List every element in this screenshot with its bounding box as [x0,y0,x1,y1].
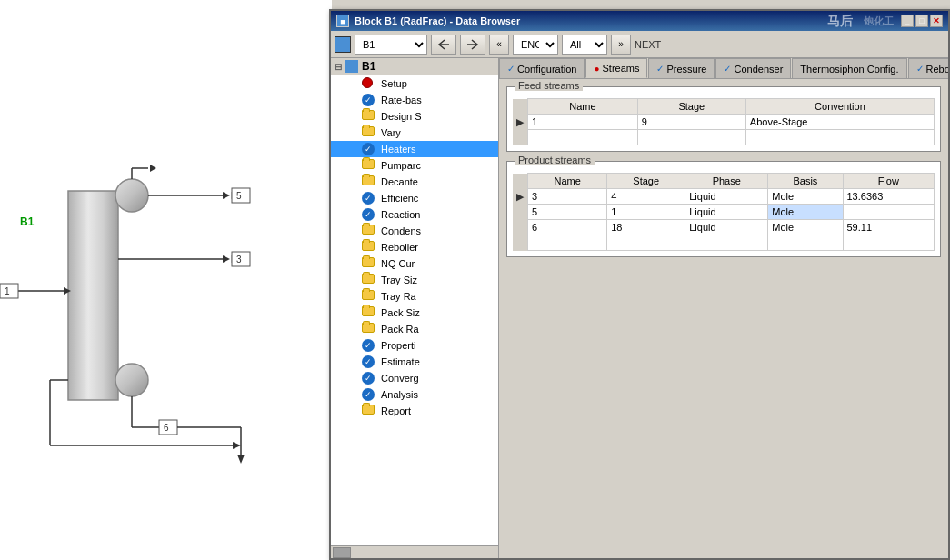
tree-item-converg[interactable]: ✓Converg [331,370,498,386]
tree-collapse-icon[interactable]: ⊟ [335,62,342,72]
folder-icon [362,159,376,172]
tree-item-properti[interactable]: ✓Properti [331,337,498,354]
minimize-button[interactable]: _ [901,15,914,27]
tree-item-condens[interactable]: Condens [331,223,498,239]
tree-item-traysiz[interactable]: Tray Siz [331,272,498,288]
nav-double-right-button[interactable]: » [611,35,631,55]
tree-item-label: Efficienc [381,193,418,204]
prod-col-name: Name [528,174,607,189]
prod-name-cell[interactable]: 3 [528,189,607,205]
tree-item-heaters[interactable]: ✓Heaters [331,141,498,157]
red-icon [362,77,376,90]
svg-rect-0 [0,0,332,560]
tab-pressure[interactable]: ✓Pressure [648,58,715,78]
table-row-empty [513,235,935,251]
tree-item-analysis[interactable]: ✓Analysis [331,386,498,403]
prod-col-phase: Phase [685,174,768,189]
feed-col-stage: Stage [637,99,745,115]
check-icon: ✓ [362,208,376,221]
prod-basis-cell[interactable]: Mole [768,220,843,235]
main-window: ■ Block B1 (RadFrac) - Data Browser 马后 炮… [329,9,950,560]
window-icon: ■ [336,15,349,27]
tree-item-setup[interactable]: Setup [331,75,498,92]
feed-convention-cell[interactable]: Above-Stage [745,115,934,130]
tree-item-label: Condens [381,225,421,236]
feed-name-cell[interactable]: 1 [528,115,638,130]
svg-point-3 [115,179,148,212]
check-icon: ✓ [362,355,376,368]
tree-item-trayra[interactable]: Tray Ra [331,288,498,305]
prod-stage-cell[interactable]: 18 [607,220,685,235]
prod-basis-cell[interactable]: Mole [768,189,843,205]
tree-item-ratebas[interactable]: ✓Rate-bas [331,92,498,108]
tab-streams[interactable]: ●Streams [585,58,647,78]
tree-item-vary[interactable]: Vary [331,125,498,141]
tab-label: Reboiler [926,64,948,75]
product-streams-table: Name Stage Phase Basis Flow ▶ 3 4 Liquid… [513,173,935,251]
tree-header: ⊟ B1 [331,58,498,75]
tree-item-label: Properti [381,340,416,351]
prod-stage-cell[interactable]: 1 [607,205,685,220]
tab-condenser[interactable]: ✓Condenser [715,58,791,78]
tree-item-estimate[interactable]: ✓Estimate [331,354,498,370]
feed-col-name: Name [528,99,638,115]
filter-select[interactable]: All [562,35,607,55]
block-icon [335,36,351,53]
tree-item-report[interactable]: Report [331,403,498,419]
nav-back-button[interactable] [431,35,456,55]
prod-name-cell[interactable]: 5 [528,205,607,220]
feed-stage-cell[interactable]: 9 [637,115,745,130]
table-row[interactable]: 6 18 Liquid Mole 59.11 [513,220,935,235]
title-bar: ■ Block B1 (RadFrac) - Data Browser 马后 炮… [331,11,948,31]
prod-phase-cell[interactable]: Liquid [685,205,768,220]
prod-phase-cell[interactable]: Liquid [685,189,768,205]
tree-item-label: Report [381,405,411,416]
block-select[interactable]: B1 [355,35,427,55]
tree-item-label: Pack Siz [381,307,420,318]
feed-streams-table: Name Stage Convention ▶ 1 9 Above-Stage [513,98,935,145]
tree-item-reaction[interactable]: ✓Reaction [331,206,498,223]
prod-phase-cell[interactable]: Liquid [685,220,768,235]
check-icon: ✓ [362,192,376,205]
tab-thermosiphonconfig[interactable]: Thermosiphon Config. [792,58,906,78]
tree-scroll[interactable]: Setup✓Rate-basDesign SVary✓HeatersPumpar… [331,75,498,545]
svg-text:3: 3 [236,255,242,265]
unit-select[interactable]: ENG [513,35,558,55]
tree-item-reboiler[interactable]: Reboiler [331,239,498,255]
prod-stage-cell[interactable]: 4 [607,189,685,205]
tree-item-packsiz[interactable]: Pack Siz [331,305,498,321]
toolbar: B1 « ENG All » NEXT [331,31,948,58]
tab-configuration[interactable]: ✓Configuration [499,58,585,78]
nav-forward-button[interactable] [460,35,485,55]
tree-item-label: Tray Siz [381,275,417,285]
svg-text:B1: B1 [20,215,35,228]
table-row[interactable]: ▶ 3 4 Liquid Mole 13.6363 [513,189,935,205]
table-row[interactable]: ▶ 1 9 Above-Stage [513,115,935,130]
folder-icon [362,274,376,286]
prod-basis-cell[interactable]: Mole [768,205,843,220]
folder-icon [362,405,376,417]
tab-reboiler[interactable]: ✓Reboiler [908,58,948,78]
tree-item-decante[interactable]: Decante [331,174,498,190]
tree-item-designs[interactable]: Design S [331,108,498,125]
table-row[interactable]: 5 1 Liquid Mole [513,205,935,220]
tree-item-efficienc[interactable]: ✓Efficienc [331,190,498,206]
tree-item-label: Reboiler [381,242,418,253]
tree-item-label: Heaters [381,144,416,155]
panel-content: Feed streams Name Stage Convention ▶ [499,79,948,558]
prod-flow-cell[interactable] [843,205,935,220]
prod-name-cell[interactable]: 6 [528,220,607,235]
close-button[interactable]: ✕ [930,15,943,27]
tree-scrollbar[interactable] [331,545,498,558]
table-row-empty [513,130,935,145]
check-mark-icon: ✓ [656,64,664,74]
prod-flow-cell[interactable]: 59.11 [843,220,935,235]
nav-double-left-button[interactable]: « [489,35,509,55]
maximize-button[interactable]: □ [915,15,928,27]
tree-item-label: Setup [381,78,407,89]
svg-rect-2 [68,191,118,400]
tree-item-packra[interactable]: Pack Ra [331,321,498,337]
prod-flow-cell[interactable]: 13.6363 [843,189,935,205]
tree-item-nqcur[interactable]: NQ Cur [331,255,498,272]
tree-item-pumparc[interactable]: Pumparc [331,157,498,174]
